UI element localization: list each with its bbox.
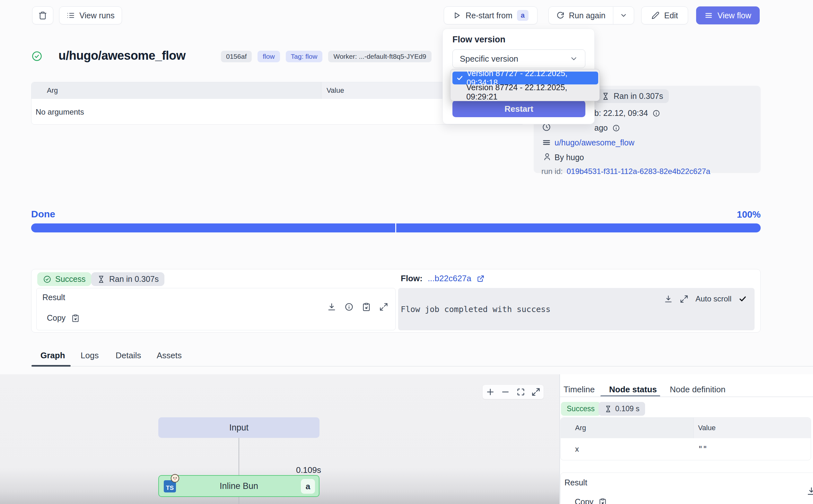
view-runs-button[interactable]: View runs (59, 6, 122, 24)
info-icon[interactable] (652, 109, 660, 117)
refresh-icon (556, 11, 564, 20)
graph-edge (239, 438, 239, 475)
graph-node-inline-bun[interactable]: TS Inline Bun a (158, 475, 319, 497)
kind-badge: flow (258, 51, 280, 62)
restart-button[interactable]: Restart (452, 100, 585, 117)
clipboard-icon[interactable] (362, 302, 371, 311)
expand-icon[interactable] (680, 295, 688, 303)
node-status-badge: Success (561, 402, 600, 416)
selected-check-icon (456, 74, 463, 82)
check-icon[interactable] (739, 295, 747, 303)
success-pill-label: Success (55, 274, 85, 284)
info-icon[interactable] (612, 124, 620, 132)
version-select[interactable]: Specific version (452, 49, 585, 68)
progress-percent: 100% (729, 209, 761, 220)
progress-bar-divider (395, 223, 396, 232)
download-icon[interactable] (664, 295, 673, 303)
tab-node-status[interactable]: Node status (609, 385, 657, 395)
info-icon[interactable] (345, 302, 354, 311)
tab-assets[interactable]: Assets (157, 351, 182, 361)
clipboard-icon (71, 314, 80, 322)
check-circle-icon (43, 275, 51, 283)
expand-icon[interactable] (379, 302, 388, 311)
view-flow-label: View flow (717, 11, 751, 20)
bun-icon (170, 474, 179, 483)
step-id-badge: a (301, 479, 315, 494)
input-node-label: Input (229, 423, 249, 433)
version-option[interactable]: Version 87724 - 22.12.2025, 09:29:21 (452, 86, 598, 99)
trash-icon (38, 11, 47, 20)
version-option-label: Version 87724 - 22.12.2025, 09:29:21 (466, 83, 598, 101)
fullscreen-icon[interactable] (531, 387, 540, 396)
hash-badge: 0156af (221, 51, 252, 62)
graph-node-input[interactable]: Input (158, 417, 319, 438)
arg-name-cell: x (561, 445, 694, 454)
graph-controls (483, 385, 544, 399)
auto-scroll-label[interactable]: Auto scroll (695, 294, 731, 303)
chevron-down-icon (570, 55, 578, 63)
node-result-pane: Result Copy (560, 473, 813, 504)
value-column-header: Value (694, 418, 811, 438)
hourglass-icon (601, 92, 610, 100)
tab-graph[interactable]: Graph (40, 351, 65, 361)
edit-button[interactable]: Edit (641, 6, 688, 24)
restart-from-step-badge: a (517, 10, 529, 21)
tab-details[interactable]: Details (116, 351, 141, 361)
version-dropdown-menu: Version 87727 - 22.12.2025, 09:34:18 Ver… (450, 69, 600, 101)
node-copy-label: Copy (575, 497, 593, 504)
tab-timeline[interactable]: Timeline (564, 385, 595, 395)
run-id: run id: 019b4531-f311-112a-6283-82e4b22c… (541, 167, 710, 176)
active-tab-underline (31, 365, 71, 367)
title-badges: 0156af flow Tag: flow Worker: ...-defaul… (221, 51, 432, 62)
duration-pill: Ran in 0.307s (91, 272, 164, 286)
flow-link[interactable]: ...b22c627a (428, 274, 471, 283)
hourglass-icon (604, 405, 612, 413)
tag-badge: Tag: flow (286, 51, 323, 62)
tab-node-definition[interactable]: Node definition (670, 385, 725, 395)
menu-lines-icon (704, 11, 713, 20)
external-link-icon[interactable] (476, 274, 485, 283)
log-text: Flow job completed with success (401, 305, 551, 314)
node-status-panel: Timeline Node status Node definition Suc… (560, 374, 813, 504)
delete-run-button[interactable] (32, 6, 53, 24)
list-icon (66, 11, 75, 20)
node-args-table: Arg Value x "" (560, 417, 811, 460)
run-id-link[interactable]: 019b4531-f311-112a-6283-82e4b22c627a (567, 167, 711, 176)
job-started-row: b: 22.12, 09:34 (594, 109, 660, 118)
flow-run-page: View runs Re-start from a Run again Edit (0, 0, 813, 504)
run-id-label: run id: (541, 167, 563, 176)
check-circle-icon (31, 51, 42, 62)
restart-from-label: Re-start from (466, 11, 512, 20)
run-again-split-button: Run again (548, 6, 634, 24)
step-duration-label: 0.109s (276, 465, 321, 475)
flow-path-icon (542, 138, 551, 147)
version-option-selected[interactable]: Version 87727 - 22.12.2025, 09:34:18 (452, 72, 598, 84)
run-again-button[interactable]: Run again (549, 7, 613, 24)
subtabs-divider (560, 396, 813, 397)
view-flow-button[interactable]: View flow (696, 6, 760, 24)
flow-version-title: Flow version (452, 35, 505, 45)
run-again-dropdown-button[interactable] (613, 7, 634, 24)
flow-graph-canvas[interactable]: Input 0.109s TS Inline Bun a (0, 374, 559, 504)
clipboard-icon (599, 498, 607, 504)
restart-from-button[interactable]: Re-start from a (444, 6, 538, 24)
download-icon[interactable] (807, 486, 813, 496)
download-icon[interactable] (327, 302, 336, 311)
zoom-in-icon[interactable] (486, 387, 495, 396)
fit-view-icon[interactable] (516, 387, 525, 396)
page-title: u/hugo/awesome_flow (58, 49, 186, 63)
node-copy-button[interactable]: Copy (575, 497, 607, 504)
node-args-header: Arg Value (561, 418, 811, 438)
flow-link-row: Flow: ...b22c627a (401, 274, 485, 283)
play-icon (453, 11, 461, 20)
job-flow-path-link[interactable]: u/hugo/awesome_flow (555, 138, 634, 147)
arg-value-cell: "" (694, 445, 811, 454)
edit-label: Edit (664, 11, 678, 20)
tabs-divider (31, 366, 813, 367)
node-duration-badge: 0.109 s (599, 402, 645, 416)
result-copy-button[interactable]: Copy (47, 313, 80, 323)
tab-logs[interactable]: Logs (81, 351, 99, 361)
job-by-text: By hugo (555, 153, 584, 162)
arg-column-header: Arg (31, 82, 321, 99)
zoom-out-icon[interactable] (501, 387, 510, 396)
